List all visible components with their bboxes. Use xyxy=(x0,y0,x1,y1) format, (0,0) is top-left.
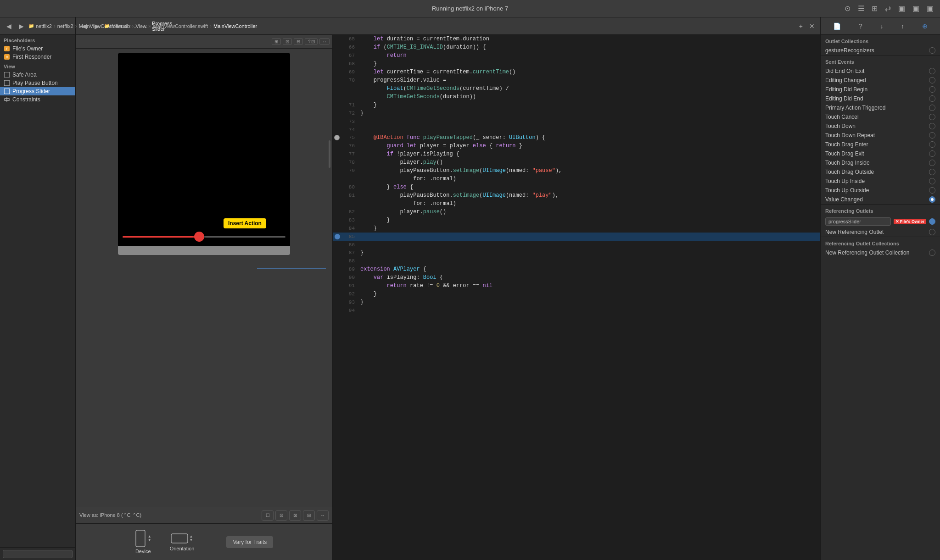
layout-icon[interactable]: ⊞ xyxy=(870,3,879,14)
orientation-stepper[interactable]: ▲ ▼ xyxy=(190,535,193,542)
touch-down-row: Touch Down xyxy=(821,122,940,131)
filter-bar xyxy=(0,547,75,560)
add-tab-btn[interactable]: + xyxy=(797,22,805,30)
code-nav-swift[interactable]: MainViewController.swift xyxy=(153,23,208,29)
touch-up-inside-radio[interactable] xyxy=(929,178,935,184)
touch-down-radio[interactable] xyxy=(929,123,935,129)
sidebar-left-icon[interactable]: ▣ xyxy=(896,3,907,14)
editing-did-end-radio[interactable] xyxy=(929,95,935,102)
sidebar-right-icon[interactable]: ▣ xyxy=(925,3,935,14)
filter-input[interactable] xyxy=(3,550,73,558)
help-icon-btn[interactable]: ? xyxy=(856,22,865,31)
did-end-on-exit-radio[interactable] xyxy=(929,68,935,74)
touch-cancel-radio[interactable] xyxy=(929,114,935,120)
touch-drag-enter-radio[interactable] xyxy=(929,141,935,148)
download-icon-btn[interactable]: ↓ xyxy=(877,22,886,31)
device-stepper[interactable]: ▲ ▼ xyxy=(148,535,151,542)
orientation-label: Orientation xyxy=(170,546,195,551)
new-referencing-outlet-row[interactable]: New Referencing Outlet xyxy=(821,227,940,237)
ib-zoom-alt-btn[interactable]: ⇧⊡ xyxy=(305,38,318,45)
device-phone-icon xyxy=(135,530,146,547)
sidebar-item-playpause[interactable]: Play Pause Button xyxy=(0,79,75,87)
bottom-bar-icons: ☐ ⊡ ⊠ ⊟ ↔ xyxy=(262,510,329,521)
touch-up-outside-radio[interactable] xyxy=(929,187,935,194)
value-changed-row: Value Changed xyxy=(821,195,940,204)
code-line-90: 90 var isPlaying: Bool { xyxy=(333,273,820,282)
code-line-85: 85 xyxy=(333,233,820,241)
ibaction-dot-75[interactable] xyxy=(334,135,340,140)
editor-icon[interactable]: ☰ xyxy=(856,3,866,14)
activity-icon[interactable]: ⊙ xyxy=(843,3,852,14)
ib-bottom-btn3[interactable]: ⊠ xyxy=(289,510,301,521)
primary-action-triggered-radio[interactable] xyxy=(929,105,935,111)
touch-drag-outside-radio[interactable] xyxy=(929,169,935,175)
ib-bottom-btn1[interactable]: ☐ xyxy=(262,510,274,521)
code-line-78: 78 player.play() xyxy=(333,158,820,166)
nav-forward-btn[interactable]: ▶ xyxy=(16,22,27,31)
sidebar-item-firstresponder[interactable]: R First Responder xyxy=(0,53,75,61)
ib-zoom-out-btn[interactable]: ⊟ xyxy=(294,38,303,45)
nav-back-btn[interactable]: ◀ xyxy=(4,22,14,31)
code-nav-back-btn[interactable]: ◀ xyxy=(79,22,90,31)
ib-resize-btn[interactable]: ↔ xyxy=(319,38,330,45)
value-changed-radio[interactable] xyxy=(929,196,935,203)
safearea-icon xyxy=(4,72,10,78)
breadcrumb-netflix2-2[interactable]: netflix2 xyxy=(57,23,73,29)
code-editor[interactable]: 65 let duration = currentItem.duration 6… xyxy=(333,35,820,560)
swap-icon[interactable]: ⇄ xyxy=(883,3,893,14)
insert-action-label: Insert Action xyxy=(228,220,262,227)
sidebar-center-icon[interactable]: ▣ xyxy=(911,3,921,14)
svg-rect-12 xyxy=(171,534,188,543)
touch-drag-exit-radio[interactable] xyxy=(929,150,935,157)
code-nav-forward-btn[interactable]: ▶ xyxy=(92,22,102,31)
progress-bar-area xyxy=(118,227,290,246)
breadcrumb-netflix2-1[interactable]: netflix2 xyxy=(36,23,52,29)
touch-drag-inside-radio[interactable] xyxy=(929,160,935,166)
code-nav-manual[interactable]: Manual xyxy=(112,23,128,29)
new-referencing-outlet-collection-row[interactable]: New Referencing Outlet Collection xyxy=(821,248,940,257)
editing-did-begin-radio[interactable] xyxy=(929,86,935,93)
code-line-92: 92 } xyxy=(333,290,820,298)
svg-rect-13 xyxy=(187,537,187,540)
code-nav-class[interactable]: MainViewController xyxy=(213,23,257,29)
canvas-scrollbar[interactable] xyxy=(329,140,330,168)
vary-for-traits-btn[interactable]: Vary for Traits xyxy=(226,536,273,548)
device-icon-row: ▲ ▼ xyxy=(135,530,151,547)
progress-bar-track[interactable] xyxy=(123,236,285,238)
upload-icon-btn[interactable]: ↑ xyxy=(898,22,907,31)
code-nav-dots2[interactable]: ... xyxy=(143,23,147,29)
touch-down-repeat-radio[interactable] xyxy=(929,132,935,139)
code-line-70a: Float(CMTimeGetSeconds(currentTime) / xyxy=(333,84,820,93)
code-line-81a: for: .normal) xyxy=(333,200,820,208)
referencing-outlet-input[interactable] xyxy=(825,217,891,226)
progress-bar-thumb[interactable] xyxy=(194,232,204,242)
new-referencing-outlet-collection-radio[interactable] xyxy=(929,250,935,256)
file-icon-btn[interactable]: 📄 xyxy=(830,22,844,31)
svg-rect-10 xyxy=(136,530,145,547)
ib-bottom-btn4[interactable]: ⊟ xyxy=(303,510,315,521)
view-as-label: View as: iPhone 8 (⌃C ⌃C) xyxy=(79,512,141,518)
sidebar-item-constraints[interactable]: Constraints xyxy=(0,95,75,104)
new-referencing-outlet-radio[interactable] xyxy=(929,229,935,235)
referencing-outlet-circle[interactable] xyxy=(929,218,935,225)
code-line-76: 76 guard let player = player else { retu… xyxy=(333,142,820,150)
connector-dot-85[interactable] xyxy=(335,234,340,239)
sidebar-item-safearea[interactable]: Safe Area xyxy=(0,71,75,79)
constraints-icon xyxy=(4,96,10,103)
ib-bottom-btn5[interactable]: ↔ xyxy=(317,510,329,521)
ib-bottom-btn2[interactable]: ⊡ xyxy=(275,510,287,521)
close-tab-btn[interactable]: ✕ xyxy=(807,22,817,30)
editing-did-end-row: Editing Did End xyxy=(821,94,940,103)
ib-fit-btn[interactable]: ⊡ xyxy=(283,38,292,45)
editing-changed-radio[interactable] xyxy=(929,77,935,83)
code-line-94: 94 xyxy=(333,306,820,315)
touch-down-label: Touch Down xyxy=(825,123,926,129)
link-icon-btn[interactable]: ⊕ xyxy=(919,22,930,31)
sidebar-item-progressslider[interactable]: Progress Slider xyxy=(0,87,75,95)
sidebar-item-filesowner[interactable]: F File's Owner xyxy=(0,44,75,53)
svg-rect-4 xyxy=(4,72,10,78)
gesture-recognizers-radio[interactable] xyxy=(929,47,935,54)
ib-grid-btn[interactable]: ⊞ xyxy=(272,38,281,45)
touch-up-outside-row: Touch Up Outside xyxy=(821,186,940,195)
code-nav-dots1[interactable]: ... xyxy=(134,23,138,29)
